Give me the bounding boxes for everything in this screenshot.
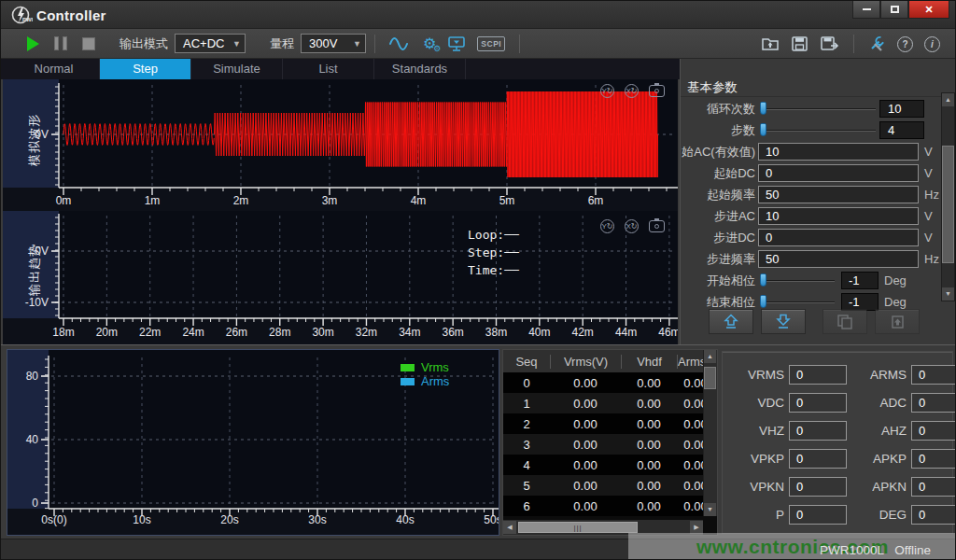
step-dc-input[interactable]	[758, 229, 919, 246]
analog-waveform-plot[interactable]: 0V0m1m2m3m4m5m6m	[3, 79, 678, 211]
start-phase-value[interactable]: -1	[841, 272, 879, 289]
vpkp-readout: 0	[789, 449, 847, 469]
reset-x-zoom-icon[interactable]: X↻	[625, 84, 639, 98]
svg-text:42m: 42m	[572, 326, 594, 339]
param-row-start-phase: 开始相位 -1 Deg	[681, 270, 938, 291]
slider-thumb[interactable]	[760, 123, 766, 136]
param-row-step-dc: 步进DC V	[681, 227, 938, 248]
chevron-down-icon: ▼	[232, 39, 241, 49]
about-button[interactable]: i	[924, 36, 940, 52]
close-button[interactable]: ✕	[908, 1, 949, 19]
vrms-legend-swatch	[401, 364, 415, 371]
scrollbar-thumb[interactable]	[704, 367, 716, 389]
settings-button[interactable]: ⚙ ⚙	[423, 35, 436, 52]
table-row[interactable]: 60.000.000.00	[503, 496, 717, 516]
start-phase-slider[interactable]	[758, 272, 838, 290]
step-count-value[interactable]: 4	[879, 121, 924, 139]
table-row[interactable]: 00.000.000.00	[503, 372, 717, 393]
start-ac-input[interactable]	[758, 143, 919, 161]
run-button[interactable]	[27, 36, 39, 51]
reset-y-zoom-icon[interactable]: Y↻	[600, 84, 614, 98]
step-ac-input[interactable]	[758, 207, 919, 225]
table-vertical-scrollbar[interactable]: ▲ ▼	[703, 350, 717, 516]
svg-text:80: 80	[26, 370, 39, 383]
file-up-icon	[888, 314, 907, 330]
range-select[interactable]: 300V ▼	[301, 34, 366, 53]
tab-step[interactable]: Step	[100, 59, 191, 79]
table-header: Seq Vrms(V) Vhdf Arms(A)	[503, 350, 717, 372]
tab-normal[interactable]: Normal	[8, 59, 100, 79]
loop-count-slider[interactable]: 10	[758, 100, 924, 119]
pause-button[interactable]	[54, 36, 67, 50]
svg-text:40: 40	[26, 433, 39, 446]
start-freq-input[interactable]	[758, 186, 919, 203]
start-dc-input[interactable]	[758, 164, 919, 182]
output-mode-select[interactable]: AC+DC ▼	[175, 34, 246, 53]
slider-thumb[interactable]	[760, 102, 766, 115]
reset-y-zoom-icon[interactable]: Y↻	[600, 219, 614, 233]
analog-waveform-panel: 0V0m1m2m3m4m5m6m 模拟波形 Y↻ X↻	[3, 79, 678, 211]
svg-text:2m: 2m	[233, 194, 249, 207]
measurement-row: VPKP0 APKP0	[736, 449, 952, 469]
open-file-button[interactable]	[761, 35, 780, 52]
loop-count-value[interactable]: 10	[879, 100, 924, 118]
load-sequence-button[interactable]	[875, 309, 920, 334]
scroll-down-icon[interactable]: ▼	[942, 287, 954, 301]
scroll-left-icon[interactable]: ◀	[503, 521, 516, 534]
tab-simulate[interactable]: Simulate	[191, 59, 283, 79]
apkn-readout: 0	[911, 477, 956, 497]
basic-params-panel: 基本参数 循环次数 10 步数 4 始AC(有效值)	[680, 59, 956, 344]
device-status: PWR1000L Offline	[820, 543, 931, 557]
slider-thumb[interactable]	[760, 295, 766, 308]
output-mode-value: AC+DC	[183, 36, 224, 50]
measurement-trend-panel: 804000s(0)10s20s30s40s50s Vrms Arms	[7, 349, 499, 536]
download-params-button[interactable]	[761, 309, 806, 334]
table-row[interactable]: 50.000.000.00	[503, 475, 717, 496]
maximize-button[interactable]	[880, 1, 908, 19]
tab-list[interactable]: List	[283, 59, 374, 79]
scroll-up-icon[interactable]: ▲	[942, 93, 954, 106]
table-row[interactable]: 30.000.000.00	[503, 434, 717, 455]
save-button[interactable]	[791, 35, 808, 52]
upload-params-button[interactable]	[709, 309, 753, 334]
device-name: PWR1000L	[820, 543, 884, 557]
scpi-button[interactable]: SCPI	[477, 36, 505, 51]
device-monitor-button[interactable]	[447, 35, 466, 52]
reset-x-zoom-icon[interactable]: X↻	[625, 219, 639, 233]
measurement-row: VHZ0 AHZ0	[736, 421, 952, 441]
table-row[interactable]: 10.000.000.00	[503, 393, 717, 413]
stop-button[interactable]	[82, 37, 95, 50]
save-as-button[interactable]	[820, 35, 839, 52]
time-readout: Time:──	[468, 261, 519, 279]
table-row[interactable]: 40.000.000.00	[503, 455, 717, 475]
output-trend-plot[interactable]: 0V-10V18m20m22m24m26m28m30m32m34m36m38m4…	[3, 211, 678, 344]
save-sequence-button[interactable]	[822, 309, 867, 334]
params-scrollbar[interactable]: ▲ ▼	[941, 92, 955, 301]
scroll-up-icon[interactable]: ▲	[704, 350, 716, 363]
tools-button[interactable]	[868, 35, 886, 52]
snapshot-camera-icon[interactable]	[649, 220, 665, 232]
svg-text:5m: 5m	[499, 194, 515, 207]
svg-text:32m: 32m	[356, 326, 377, 339]
scrollbar-thumb[interactable]	[942, 146, 954, 263]
svg-text:3m: 3m	[322, 194, 338, 207]
waveform-button[interactable]	[389, 35, 412, 52]
table-row[interactable]: 20.000.000.00	[503, 413, 717, 434]
measurements-panel: VRMS0 ARMS0 VDC0 ADC0 VHZ0 AHZ0 VPKP0 AP…	[722, 351, 953, 534]
slider-track	[761, 108, 876, 110]
minimize-button[interactable]	[852, 1, 880, 19]
folder-open-icon	[761, 35, 780, 52]
scroll-right-icon[interactable]: ▶	[690, 521, 703, 534]
svg-text:34m: 34m	[399, 326, 420, 339]
step-freq-input[interactable]	[758, 250, 919, 268]
slider-thumb[interactable]	[760, 273, 766, 287]
help-button[interactable]: ?	[897, 36, 913, 52]
param-row-step-count: 步数 4	[681, 119, 938, 141]
svg-text:6m: 6m	[588, 194, 604, 207]
scroll-down-icon[interactable]: ▼	[704, 503, 716, 516]
scrollbar-thumb[interactable]: |||	[518, 522, 638, 533]
tab-standards[interactable]: Standards	[374, 59, 466, 79]
close-icon: ✕	[924, 4, 933, 16]
step-count-slider[interactable]: 4	[758, 121, 924, 140]
snapshot-camera-icon[interactable]	[649, 85, 665, 97]
